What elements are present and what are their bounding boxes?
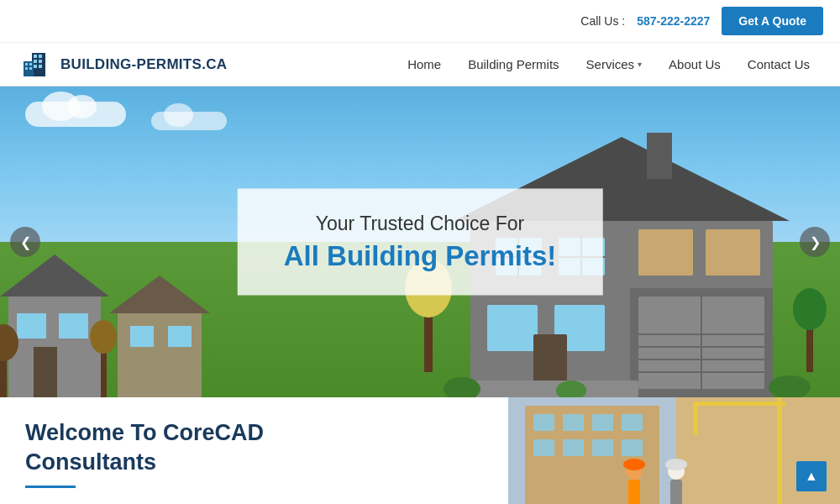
logo-area[interactable]: BUILDING-PERMITS.CA bbox=[17, 46, 227, 83]
welcome-title: Welcome To CoreCAD Consultants bbox=[25, 418, 483, 477]
svg-rect-48 bbox=[130, 326, 154, 347]
svg-point-40 bbox=[769, 375, 811, 397]
svg-rect-1 bbox=[34, 55, 37, 58]
svg-rect-69 bbox=[628, 480, 640, 504]
call-label: Call Us : bbox=[580, 14, 625, 28]
svg-rect-10 bbox=[25, 67, 28, 70]
hero-left-neighborhood bbox=[0, 229, 235, 397]
svg-rect-61 bbox=[533, 439, 554, 456]
svg-rect-5 bbox=[34, 65, 37, 68]
nav-item-about[interactable]: About Us bbox=[655, 43, 734, 87]
svg-rect-6 bbox=[39, 65, 42, 68]
services-dropdown-arrow: ▾ bbox=[638, 60, 642, 69]
svg-rect-3 bbox=[34, 60, 37, 63]
welcome-section: Welcome To CoreCAD Consultants bbox=[0, 397, 508, 504]
svg-rect-60 bbox=[622, 414, 643, 431]
svg-rect-43 bbox=[17, 313, 46, 339]
svg-rect-64 bbox=[622, 439, 643, 456]
svg-rect-49 bbox=[168, 326, 192, 347]
quote-button[interactable]: Get A Quote bbox=[722, 7, 823, 35]
nav-links: Home Building Permits Services ▾ About U… bbox=[394, 43, 823, 87]
svg-marker-42 bbox=[0, 255, 109, 297]
scroll-top-button[interactable]: ▲ bbox=[796, 461, 827, 491]
svg-rect-45 bbox=[34, 347, 57, 397]
svg-rect-52 bbox=[101, 347, 107, 397]
cloud-2 bbox=[151, 112, 227, 130]
svg-rect-11 bbox=[29, 67, 32, 70]
svg-point-53 bbox=[90, 320, 117, 354]
phone-number[interactable]: 587-222-2227 bbox=[637, 14, 710, 28]
svg-rect-4 bbox=[39, 60, 42, 63]
nav-item-services[interactable]: Services ▾ bbox=[573, 43, 656, 87]
slider-arrow-left[interactable]: ❮ bbox=[10, 227, 40, 257]
svg-rect-33 bbox=[470, 381, 638, 397]
svg-point-73 bbox=[665, 459, 687, 470]
svg-rect-44 bbox=[59, 313, 88, 339]
hero-textbox: Your Trusted Choice For All Building Per… bbox=[238, 189, 603, 296]
hero-subtitle: Your Trusted Choice For bbox=[284, 213, 557, 235]
hero-section: Your Trusted Choice For All Building Per… bbox=[0, 87, 840, 397]
navbar: BUILDING-PERMITS.CA Home Building Permit… bbox=[0, 43, 840, 87]
svg-rect-58 bbox=[563, 414, 584, 431]
svg-rect-57 bbox=[533, 414, 554, 431]
svg-rect-67 bbox=[693, 402, 697, 435]
cloud-1 bbox=[25, 102, 126, 127]
workers-image bbox=[508, 397, 840, 504]
slider-arrow-right[interactable]: ❯ bbox=[800, 227, 830, 257]
svg-rect-7 bbox=[24, 61, 34, 76]
svg-marker-47 bbox=[109, 276, 210, 313]
nav-item-building-permits[interactable]: Building Permits bbox=[454, 43, 572, 87]
nav-item-home[interactable]: Home bbox=[394, 43, 454, 87]
svg-rect-65 bbox=[777, 397, 782, 504]
svg-rect-71 bbox=[670, 480, 682, 504]
svg-rect-59 bbox=[592, 414, 613, 431]
svg-point-72 bbox=[623, 459, 645, 470]
building-background bbox=[508, 397, 840, 504]
nav-item-contact[interactable]: Contact Us bbox=[734, 43, 823, 87]
svg-rect-66 bbox=[693, 402, 785, 406]
svg-rect-14 bbox=[647, 133, 672, 179]
svg-rect-23 bbox=[487, 305, 538, 351]
svg-rect-8 bbox=[25, 63, 28, 66]
svg-rect-2 bbox=[39, 55, 42, 58]
logo-text: BUILDING-PERMITS.CA bbox=[60, 56, 227, 73]
svg-rect-17 bbox=[638, 229, 693, 276]
svg-point-37 bbox=[793, 288, 827, 330]
svg-rect-62 bbox=[563, 439, 584, 456]
header-top: Call Us : 587-222-2227 Get A Quote bbox=[0, 0, 840, 43]
svg-rect-63 bbox=[592, 439, 613, 456]
svg-rect-9 bbox=[29, 63, 32, 66]
hero-title: All Building Permits! bbox=[284, 240, 557, 272]
below-hero: Welcome To CoreCAD Consultants bbox=[0, 397, 840, 504]
svg-rect-18 bbox=[706, 229, 760, 276]
welcome-underline bbox=[25, 486, 76, 488]
logo-icon bbox=[17, 46, 54, 83]
